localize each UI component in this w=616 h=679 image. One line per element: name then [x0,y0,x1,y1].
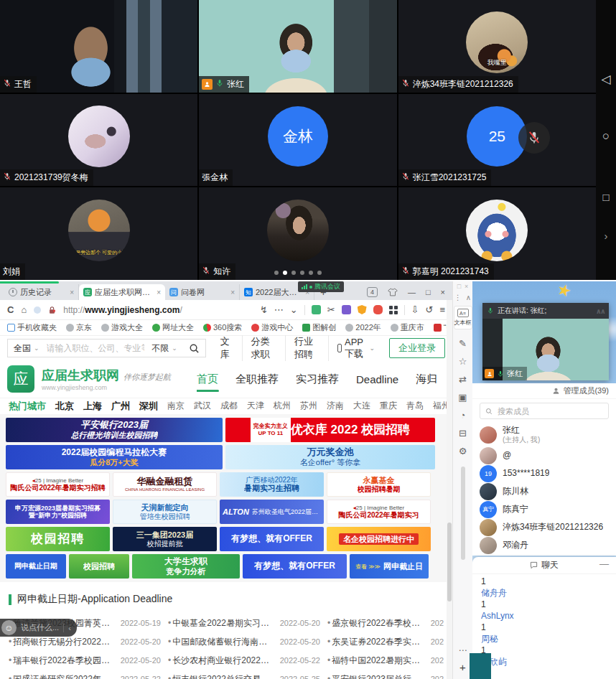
tab-count-box[interactable]: 4 [367,287,378,297]
ad-banner[interactable]: 万元奖金池 名企offer° 等你拿 [225,445,435,469]
ad-banner[interactable]: 广西移动2022年 暑期实习生招聘 [220,472,324,497]
deadline-row[interactable]: 恒丰银行2022总行交易银行部实习...2022-05-25 [168,670,320,679]
chat-message-list[interactable]: 1储舟舟1AshLynx1周秘1任欣屿1 [472,574,616,678]
participant-tile[interactable]: 2021231739贺冬梅 [0,94,197,187]
game-extension-icon[interactable] [373,305,383,314]
enterprise-login-button[interactable]: 企业登录 [389,338,445,358]
bookmark-item[interactable]: 360搜索 [203,322,242,333]
ad-banner[interactable]: 有梦想、就有OFFER [220,527,324,551]
job-title[interactable]: 国盛证券研究所2022年暑期实习生... [9,673,116,679]
browser-tab[interactable]: 应 应届生求职网_校园 × [79,284,165,300]
ad-banner[interactable]: 大学生求职 竞争力分析 [132,554,240,579]
add-icon[interactable]: + [459,661,466,673]
maximize-button[interactable]: □ [426,288,431,296]
android-back-button[interactable]: ◁ [596,72,616,87]
city-link[interactable]: 苏州 [300,400,317,413]
member-row[interactable]: 真宁 陈真宁 [480,500,609,518]
job-title[interactable]: 中银基金2022暑期实习生招聘 [168,617,276,629]
app-download-link[interactable]: APP下载⌄ [329,337,383,360]
job-search-input[interactable] [45,342,146,354]
city-link[interactable]: 杭州 [274,400,291,413]
theme-shirt-icon[interactable] [388,288,398,296]
ad-banner[interactable]: 2022届校园编程马拉松大赛 瓜分8万+大奖 [6,445,223,469]
ad-banner[interactable]: 三一集团2023届 校招提前批 [113,527,217,551]
top-link[interactable]: 文库 [212,335,243,361]
ad-banner[interactable]: 永赢基金 校园招聘暑期 [327,472,431,497]
chat-input-placeholder[interactable]: 说点什么... [21,622,59,633]
job-title[interactable]: 恒丰银行2022总行交易银行部实习... [168,673,276,679]
city-link[interactable]: 武汉 [194,400,211,413]
site-logo-icon[interactable]: 应 [7,365,34,393]
member-row[interactable]: 19 153****1819 [480,464,609,482]
nav-item[interactable]: 全职推荐 [235,362,279,396]
dropdown-caret-icon[interactable]: ⌄ [290,304,298,315]
job-title[interactable]: 瑞丰银行2022春季校园招聘 [9,655,116,667]
city-link[interactable]: 重庆 [380,400,397,413]
region-select[interactable]: 全国⌄ [8,342,45,355]
bookmark-item[interactable]: 游戏大全 [101,322,143,333]
browser-tab[interactable]: 历史记录 × [4,284,79,300]
job-title[interactable]: 平安银行2023届总行橙光培训生... [327,673,426,679]
ad-banner[interactable]: 华融金融租赁 CHINA HUARONG FINANCIAL LEASING [113,472,217,497]
collapse-arrow-icon[interactable]: ‹ [63,624,71,632]
ad-banner[interactable]: 完全实力主义 UP TO 11 优衣库 2022 校园招聘 [225,418,435,442]
purple-extension-icon[interactable] [342,305,351,314]
pagination-dots[interactable] [274,271,322,275]
nav-item[interactable]: Deadline [356,363,398,395]
bookmark-item[interactable]: 手机收藏夹 [7,322,57,333]
deadline-row[interactable]: 中国邮政储蓄银行海南省分行2022...2022-05-20 [168,632,320,651]
site-logo-text[interactable]: 应届生求职网伴你逐梦起航 www.yingjiesheng.com [42,367,171,391]
city-link[interactable]: 北京 [55,400,74,413]
deadline-row[interactable]: 国盛证券研究所2022年暑期实习生...2022-05-22 [9,670,161,679]
deadline-row[interactable]: 瑞丰银行2022春季校园招聘2022-05-20 [9,651,161,670]
minimize-button[interactable]: — [408,288,416,296]
panel-more-icon[interactable]: ⋮ [454,294,462,301]
city-link[interactable]: 天津 [247,400,264,413]
android-home-button[interactable]: ○ [596,129,616,144]
member-row[interactable]: @ [480,446,609,464]
tab-close-icon[interactable]: × [157,289,161,296]
participant-tile[interactable]: 我嘴里 淬炼34班李链2021212326 [398,0,596,93]
nav-item[interactable]: 海归 [416,362,437,396]
member-row[interactable]: 陈川林 [480,482,609,500]
deadline-row[interactable]: 盛京银行2022春季校园招聘202 [327,614,444,632]
city-link[interactable]: 深圳 [139,400,158,413]
city-link[interactable]: 成都 [220,400,238,413]
scrollbar-thumb[interactable] [447,523,452,601]
bookmark-item[interactable]: 2022年 [345,322,381,333]
ad-banner[interactable]: 平安银行2023届 总行橙光培训生校园招聘 [6,418,223,442]
meeting-floating-badge[interactable]: 腾讯会议 [298,281,344,292]
top-link[interactable]: 分类求职 [243,335,286,361]
job-title[interactable]: 盛京银行2022春季校园招聘 [327,617,426,629]
city-link[interactable]: 济南 [327,400,344,413]
city-link[interactable]: 青岛 [406,400,424,413]
home-icon[interactable]: ⌂ [21,304,27,315]
active-speaker-panel[interactable]: 正在讲话: 张红; ∧∧ 张红 [482,303,609,380]
member-row[interactable]: 张红 (主持人, 我) [480,423,609,446]
participant-tile[interactable]: 25 张江雪2021231725 [398,94,596,187]
panel-collapse-icon[interactable]: ∧ [466,294,471,301]
city-link[interactable]: 广州 [111,400,130,413]
job-title[interactable]: 中国邮政储蓄银行海南省分行2022... [168,636,276,648]
bookmark-item[interactable]: 京东 [66,322,92,333]
panel-expand-arrow[interactable]: › [596,230,616,242]
bookmark-item[interactable]: 游戏中心 [251,322,293,333]
ad-banner[interactable]: 查看 ≫≫ 网申截止日 [350,554,429,579]
job-title[interactable]: 招商银行无锡分行2022春季校园招聘 [9,636,116,648]
deadline-row[interactable]: 中银基金2022暑期实习生招聘2022-05-20 [168,614,320,632]
bookmark-item[interactable]: 图解创 [302,322,336,333]
ad-banner[interactable]: 有梦想、就有OFFER [243,554,347,579]
search-icon[interactable] [189,343,200,354]
ad-banner[interactable]: 名企校园招聘进行中 [327,527,431,551]
bookmark-item[interactable]: 网址大全 [152,322,194,333]
shield-extension-icon[interactable] [358,305,367,314]
panel-scrollbar-thumb[interactable] [461,467,465,560]
chat-minimize-icon[interactable]: — [599,558,609,569]
android-recents-button[interactable]: □ [596,191,616,203]
member-search-input[interactable] [496,406,603,416]
panel-close-icon[interactable]: × [465,283,468,290]
insecure-lock-icon[interactable] [48,306,56,314]
top-link[interactable]: 行业招聘 [286,335,329,361]
scope-select[interactable]: 不限⌄ [146,342,183,355]
emoji-icon[interactable]: ☺ [1,620,17,635]
